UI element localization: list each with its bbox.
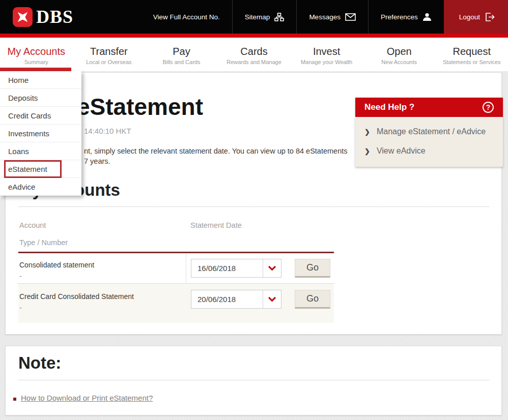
- nav-tab-my-accounts[interactable]: My Accounts Summary: [0, 38, 73, 71]
- bullet-icon: [13, 398, 16, 401]
- need-help-body: ❯ Manage eStatement / eAdvice ❯ View eAd…: [355, 117, 503, 167]
- table-header-rule: [18, 252, 334, 253]
- statement-date-select[interactable]: 16/06/2018: [191, 259, 281, 278]
- column-header-type-number: Type / Number: [19, 238, 68, 247]
- nav-tab-sublabel: Rewards and Manage: [227, 59, 281, 65]
- view-eadvice-link[interactable]: ❯ View eAdvice: [355, 141, 503, 161]
- sidebar-item-eadvice[interactable]: eAdvice: [0, 178, 81, 196]
- view-full-account-link[interactable]: View Full Account No.: [141, 0, 232, 34]
- nav-tab-cards[interactable]: Cards Rewards and Manage: [218, 38, 291, 71]
- brand-red-strip: [0, 34, 508, 38]
- column-header-account: Account: [19, 221, 46, 229]
- messages-link[interactable]: Messages: [297, 0, 368, 34]
- nav-tab-sublabel: Bills and Cards: [162, 59, 200, 65]
- nav-tab-label: Request: [453, 46, 491, 57]
- chevron-right-icon: ❯: [364, 128, 370, 136]
- chevron-down-icon[interactable]: [263, 290, 281, 308]
- page-timestamp: 14:40:10 HKT: [84, 127, 131, 135]
- nav-tab-request[interactable]: Request Statements or Services: [435, 38, 508, 71]
- preferences-person-icon: [422, 13, 432, 21]
- dbs-logo-text: DBS: [36, 6, 73, 27]
- dbs-logo[interactable]: DBS: [13, 6, 73, 27]
- nav-tab-sublabel: Manage your Wealth: [301, 59, 352, 65]
- row-stripe: [18, 284, 334, 323]
- description-line-1: nt, simply select the relevant statement…: [84, 146, 347, 156]
- sidebar-item-estatement[interactable]: eStatement: [0, 160, 81, 178]
- sidebar-item-credit-cards[interactable]: Credit Cards: [0, 107, 81, 125]
- account-name: Consolidated statement: [19, 261, 94, 269]
- dbs-logo-icon: [13, 7, 33, 27]
- nav-tab-label: Transfer: [90, 46, 128, 57]
- how-to-download-link[interactable]: How to Download or Print eStatement?: [21, 394, 153, 402]
- nav-tab-transfer[interactable]: Transfer Local or Overseas: [73, 38, 146, 71]
- nav-tab-label: Invest: [313, 46, 340, 57]
- sidebar-item-investments[interactable]: Investments: [0, 125, 81, 142]
- logout-icon: [485, 13, 495, 21]
- statement-date-select[interactable]: 20/06/2018: [191, 290, 281, 309]
- need-help-panel: Need Help ? ? ❯ Manage eStatement / eAdv…: [355, 98, 503, 167]
- messages-envelope-icon: [345, 13, 356, 21]
- sitemap-label: Sitemap: [245, 13, 270, 21]
- messages-label: Messages: [309, 13, 341, 21]
- need-help-link-label: View eAdvice: [377, 146, 426, 156]
- column-header-statement-date: Statement Date: [190, 221, 242, 229]
- nav-tab-label: Pay: [173, 46, 190, 57]
- preferences-label: Preferences: [381, 13, 418, 21]
- account-number: -: [19, 304, 22, 312]
- statement-date-value: 16/06/2018: [191, 264, 263, 273]
- topbar: DBS View Full Account No. Sitemap Messag…: [0, 0, 508, 34]
- top-utility-menu: View Full Account No. Sitemap Messages P: [141, 0, 508, 34]
- sidebar-item-home[interactable]: Home: [0, 71, 81, 89]
- sitemap-link[interactable]: Sitemap: [233, 0, 297, 34]
- page-title: eStatement: [77, 93, 203, 121]
- my-accounts-dropdown-menu: Home Deposits Credit Cards Investments L…: [0, 71, 81, 196]
- need-help-link-label: Manage eStatement / eAdvice: [377, 127, 486, 136]
- need-help-title: Need Help ?: [364, 102, 483, 112]
- description-line-2: 7 years.: [84, 156, 347, 166]
- logout-button[interactable]: Logout: [444, 0, 508, 34]
- nav-tab-open[interactable]: Open New Accounts: [363, 38, 436, 71]
- nav-tab-invest[interactable]: Invest Manage your Wealth: [290, 38, 363, 71]
- note-divider: [18, 380, 489, 380]
- chevron-down-icon[interactable]: [263, 259, 281, 277]
- section-divider: [18, 206, 489, 207]
- nav-tab-sublabel: New Accounts: [381, 59, 417, 65]
- nav-tab-pay[interactable]: Pay Bills and Cards: [145, 38, 218, 71]
- page-content: eStatement 14:40:10 HKT nt, simply selec…: [0, 71, 508, 420]
- go-button[interactable]: Go: [295, 259, 330, 278]
- nav-tab-sublabel: Statements or Services: [443, 59, 501, 65]
- statement-date-value: 20/06/2018: [191, 295, 263, 304]
- page-description: nt, simply select the relevant statement…: [84, 146, 347, 166]
- account-name: Credit Card Consolidated Statement: [19, 292, 134, 301]
- help-question-icon[interactable]: ?: [483, 102, 494, 113]
- nav-tab-sublabel: Local or Overseas: [86, 59, 131, 65]
- view-full-account-label: View Full Account No.: [153, 13, 220, 21]
- row-divider: [18, 283, 334, 284]
- sidebar-item-deposits[interactable]: Deposits: [0, 89, 81, 107]
- preferences-link[interactable]: Preferences: [369, 0, 444, 34]
- note-card: Note: How to Download or Print eStatemen…: [5, 346, 502, 415]
- note-heading: Note:: [18, 353, 61, 373]
- manage-estatement-link[interactable]: ❯ Manage eStatement / eAdvice: [355, 122, 503, 141]
- sitemap-icon: [274, 13, 284, 21]
- nav-tab-label: Open: [387, 46, 412, 57]
- account-number: -: [19, 272, 22, 280]
- go-button[interactable]: Go: [295, 290, 330, 309]
- need-help-header: Need Help ? ?: [355, 98, 503, 117]
- chevron-right-icon: ❯: [364, 147, 370, 155]
- nav-tab-label: My Accounts: [8, 46, 65, 57]
- main-navigation: My Accounts Summary Transfer Local or Ov…: [0, 38, 508, 71]
- nav-tab-sublabel: Summary: [24, 59, 48, 65]
- nav-tab-label: Cards: [240, 46, 267, 57]
- sidebar-item-loans[interactable]: Loans: [0, 142, 81, 160]
- logout-label: Logout: [459, 13, 480, 21]
